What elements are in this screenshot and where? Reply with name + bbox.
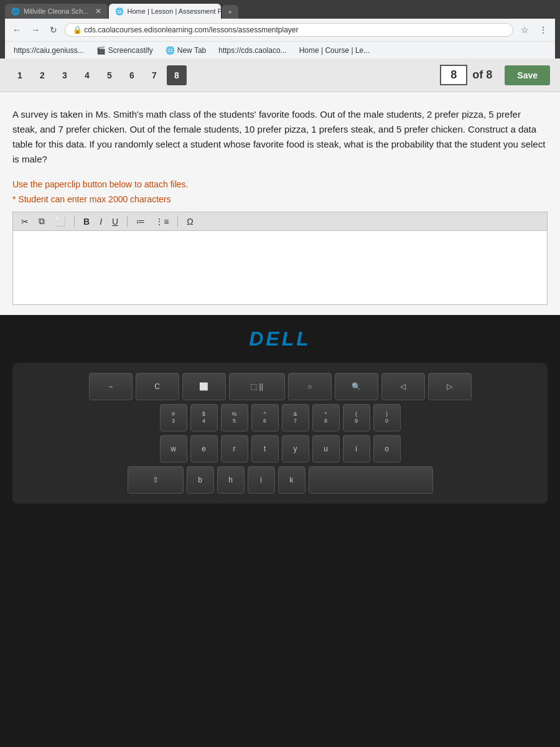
question-counter: 8 of 8 Save xyxy=(440,65,550,85)
key-arrow-right[interactable]: → xyxy=(89,373,133,400)
tab-inactive-1[interactable]: 🌐 Millville Cleona Sch... ✕ xyxy=(5,4,108,19)
bookmark-2-label: Screencastify xyxy=(108,46,153,55)
bookmark-1-label: https://caiu.geniuss... xyxy=(14,46,84,55)
tab-label-1: Millville Cleona Sch... xyxy=(24,7,89,15)
key-brightness-down[interactable]: ◁ xyxy=(381,373,425,400)
forward-button[interactable]: → xyxy=(29,24,42,36)
address-bar-row: ← → ↻ 🔒 cds.caolacourses.edisonlearning.… xyxy=(5,19,555,41)
refresh-button[interactable]: ↻ xyxy=(47,24,60,36)
numbered-list-button[interactable]: ⋮≡ xyxy=(152,215,172,228)
key-u[interactable]: u xyxy=(312,435,340,463)
lock-icon: 🔒 xyxy=(73,26,82,34)
omega-button[interactable]: Ω xyxy=(184,215,196,228)
copy-button[interactable]: ⧉ xyxy=(35,215,48,228)
key-8[interactable]: *8 xyxy=(312,404,340,431)
save-button[interactable]: Save xyxy=(505,65,550,85)
dell-logo: DELL xyxy=(249,327,311,350)
tab-bar: 🌐 Millville Cleona Sch... ✕ 🌐 Home | Les… xyxy=(5,4,555,19)
key-search-fn[interactable]: 🔍 xyxy=(335,373,378,400)
key-0[interactable]: )0 xyxy=(373,404,401,431)
tab-icon-active: 🌐 xyxy=(115,7,124,16)
bold-button[interactable]: B xyxy=(80,215,93,228)
q-num-6[interactable]: 6 xyxy=(122,65,142,85)
key-space[interactable] xyxy=(309,466,433,494)
key-4[interactable]: $4 xyxy=(190,404,218,431)
key-i[interactable]: i xyxy=(343,435,370,463)
key-circle[interactable]: ○ xyxy=(288,373,332,400)
bullet-list-button[interactable]: ≔ xyxy=(133,215,148,228)
key-b[interactable]: b xyxy=(187,466,214,494)
key-7[interactable]: &7 xyxy=(282,404,309,431)
key-6[interactable]: ^6 xyxy=(251,404,279,431)
tab-new-label: + xyxy=(228,8,232,16)
key-t[interactable]: t xyxy=(251,435,279,463)
question-text: A survey is taken in Ms. Smith's math cl… xyxy=(12,107,548,167)
tab-label-active: Home | Lesson | Assessment Pla... xyxy=(128,7,221,15)
q-num-5[interactable]: 5 xyxy=(100,65,119,85)
key-o[interactable]: o xyxy=(373,435,401,463)
q-num-2[interactable]: 2 xyxy=(32,65,52,85)
keyboard-row-numbers: #3 $4 %5 ^6 &7 *8 (9 xyxy=(22,404,538,431)
answer-input[interactable] xyxy=(12,230,548,305)
bookmark-3-label: New Tab xyxy=(177,46,206,55)
url-text: cds.caolacourses.edisonlearning.com/less… xyxy=(84,26,298,34)
current-question-number: 8 xyxy=(440,65,467,85)
keyboard: → C ⬜ ⬚ || ○ 🔍 ◁ ▷ #3 $4 %5 xyxy=(12,363,548,504)
keyboard-row-special: → C ⬜ ⬚ || ○ 🔍 ◁ ▷ xyxy=(22,373,538,400)
underline-button[interactable]: U xyxy=(109,215,121,228)
key-refresh[interactable]: C xyxy=(136,373,179,400)
key-play-pause[interactable]: ⬚ || xyxy=(229,373,285,400)
char-limit-text: * Student can enter max 2000 characters xyxy=(12,194,548,204)
bookmark-4-label: https://cds.caolaco... xyxy=(218,46,286,55)
address-bar[interactable]: 🔒 cds.caolacourses.edisonlearning.com/le… xyxy=(65,23,513,37)
q-num-1[interactable]: 1 xyxy=(10,65,30,85)
paste-button[interactable]: ⬜ xyxy=(52,215,68,228)
key-i-bottom[interactable]: i xyxy=(248,466,275,494)
bookmark-4[interactable]: https://cds.caolaco... xyxy=(215,45,290,56)
tab-new[interactable]: + xyxy=(222,5,238,19)
tab-active[interactable]: 🌐 Home | Lesson | Assessment Pla... ✕ xyxy=(109,4,221,19)
question-content: A survey is taken in Ms. Smith's math cl… xyxy=(0,92,560,315)
bookmark-5[interactable]: Home | Course | Le... xyxy=(296,45,374,56)
key-9[interactable]: (9 xyxy=(343,404,370,431)
bookmark-5-label: Home | Course | Le... xyxy=(299,46,370,55)
key-w[interactable]: w xyxy=(160,435,187,463)
q-num-8[interactable]: 8 xyxy=(167,65,187,85)
key-5[interactable]: %5 xyxy=(221,404,248,431)
key-y[interactable]: y xyxy=(282,435,309,463)
menu-icon[interactable]: ⋮ xyxy=(536,24,550,36)
content-area: 1 2 3 4 5 6 7 8 8 of 8 Save A survey is … xyxy=(0,59,560,747)
star-icon[interactable]: ☆ xyxy=(518,24,531,36)
key-h[interactable]: h xyxy=(217,466,245,494)
question-nav: 1 2 3 4 5 6 7 8 8 of 8 Save xyxy=(0,59,560,92)
instruction-text: Use the paperclip button below to attach… xyxy=(12,179,548,189)
keyboard-row-letters: w e r t y u i o xyxy=(22,435,538,463)
bookmark-screencastify[interactable]: 🎬 Screencastify xyxy=(93,45,157,56)
toolbar-separator-2 xyxy=(127,216,128,227)
key-screen[interactable]: ⬜ xyxy=(182,373,226,400)
key-3[interactable]: #3 xyxy=(160,404,187,431)
toolbar-separator-3 xyxy=(177,216,178,227)
keyboard-area: DELL → C ⬜ ⬚ || ○ 🔍 ◁ ▷ #3 $4 xyxy=(0,315,560,747)
q-num-4[interactable]: 4 xyxy=(77,65,97,85)
q-num-7[interactable]: 7 xyxy=(144,65,164,85)
key-e[interactable]: e xyxy=(190,435,218,463)
back-button[interactable]: ← xyxy=(10,24,24,36)
browser-chrome: 🌐 Millville Cleona Sch... ✕ 🌐 Home | Les… xyxy=(0,0,560,59)
key-brightness-up[interactable]: ▷ xyxy=(428,373,472,400)
tab-icon-1: 🌐 xyxy=(11,7,20,16)
bookmarks-bar: https://caiu.geniuss... 🎬 Screencastify … xyxy=(5,41,555,59)
italic-button[interactable]: I xyxy=(96,215,105,228)
bookmark-1[interactable]: https://caiu.geniuss... xyxy=(10,45,88,56)
bookmark-newtab[interactable]: 🌐 New Tab xyxy=(162,45,210,56)
newtab-icon: 🌐 xyxy=(166,46,175,55)
editor-toolbar: ✂ ⧉ ⬜ B I U ≔ ⋮≡ Ω xyxy=(12,212,548,230)
key-shift-left[interactable]: ⇧ xyxy=(128,466,184,494)
q-num-3[interactable]: 3 xyxy=(55,65,75,85)
tab-close-1[interactable]: ✕ xyxy=(95,7,101,16)
cut-button[interactable]: ✂ xyxy=(18,215,32,228)
toolbar-separator-1 xyxy=(74,216,75,227)
key-k[interactable]: k xyxy=(278,466,306,494)
screencastify-icon: 🎬 xyxy=(96,46,106,55)
key-r[interactable]: r xyxy=(221,435,248,463)
